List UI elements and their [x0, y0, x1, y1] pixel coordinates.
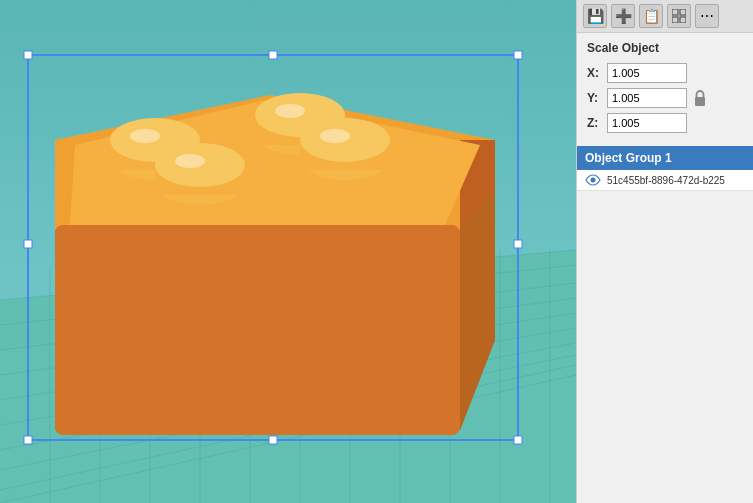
scale-z-label: Z: — [587, 116, 603, 130]
svg-rect-51 — [514, 436, 522, 444]
scale-x-label: X: — [587, 66, 603, 80]
visibility-icon[interactable] — [585, 174, 601, 186]
more-button[interactable]: ⋯ — [695, 4, 719, 28]
scale-y-row: Y: — [587, 88, 743, 108]
3d-viewport[interactable] — [0, 0, 576, 503]
object-item-name: 51c455bf-8896-472d-b225 — [607, 175, 725, 186]
svg-rect-53 — [269, 436, 277, 444]
svg-rect-45 — [55, 225, 460, 435]
scale-title: Scale Object — [587, 41, 743, 55]
svg-rect-59 — [680, 17, 686, 23]
object-group-section: Object Group 1 51c455bf-8896-472d-b225 — [577, 146, 753, 503]
svg-rect-48 — [24, 51, 32, 59]
scale-z-row: Z: — [587, 113, 743, 133]
svg-point-44 — [320, 129, 350, 143]
scale-y-input[interactable] — [607, 88, 687, 108]
grid-button[interactable] — [667, 4, 691, 28]
svg-rect-55 — [514, 240, 522, 248]
svg-point-61 — [591, 178, 596, 183]
svg-rect-58 — [672, 17, 678, 23]
svg-point-41 — [130, 129, 160, 143]
object-group-header: Object Group 1 — [577, 146, 753, 170]
toolbar: 💾 ➕ 📋 ⋯ — [577, 0, 753, 33]
scale-x-row: X: — [587, 63, 743, 83]
svg-rect-49 — [514, 51, 522, 59]
scale-y-label: Y: — [587, 91, 603, 105]
scale-section: Scale Object X: Y: Z: — [577, 33, 753, 146]
svg-rect-60 — [695, 97, 705, 106]
svg-rect-56 — [672, 9, 678, 15]
scale-x-input[interactable] — [607, 63, 687, 83]
svg-rect-57 — [680, 9, 686, 15]
scale-z-input[interactable] — [607, 113, 687, 133]
lock-icon — [693, 89, 707, 107]
object-group-item[interactable]: 51c455bf-8896-472d-b225 — [577, 170, 753, 191]
svg-rect-50 — [24, 436, 32, 444]
add-button[interactable]: ➕ — [611, 4, 635, 28]
svg-rect-52 — [269, 51, 277, 59]
svg-point-43 — [175, 154, 205, 168]
copy-button[interactable]: 📋 — [639, 4, 663, 28]
right-panel: 💾 ➕ 📋 ⋯ Scale Object X: Y: — [576, 0, 753, 503]
svg-rect-54 — [24, 240, 32, 248]
save-button[interactable]: 💾 — [583, 4, 607, 28]
svg-point-42 — [275, 104, 305, 118]
